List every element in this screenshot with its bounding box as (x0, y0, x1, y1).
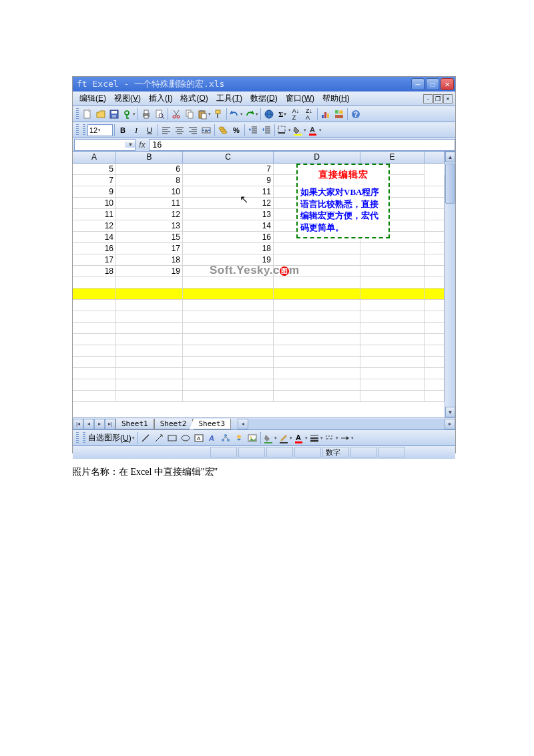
cell[interactable] (425, 277, 445, 289)
cell[interactable]: 10 (73, 198, 116, 209)
cell[interactable] (116, 334, 183, 345)
help-button[interactable]: ? (350, 108, 362, 121)
cell[interactable] (116, 357, 183, 368)
cell[interactable] (360, 391, 425, 402)
cell[interactable] (73, 368, 116, 379)
diagram-tool[interactable] (220, 431, 232, 445)
picture-tool[interactable] (246, 431, 258, 445)
align-center-button[interactable] (174, 124, 186, 137)
new-button[interactable] (81, 108, 93, 121)
cell[interactable] (274, 357, 360, 368)
cell[interactable] (116, 277, 183, 289)
cell[interactable] (360, 323, 425, 334)
autosum-button[interactable]: Σ (276, 108, 288, 121)
vertical-scrollbar[interactable]: ▲ ▼ (445, 152, 455, 417)
sort-asc-button[interactable]: A↓Z (290, 108, 302, 121)
sheet-tab-Sheet3[interactable]: Sheet3 (193, 419, 232, 429)
cell[interactable] (360, 311, 425, 323)
scroll-right-button[interactable]: ▸ (445, 419, 455, 429)
cell[interactable] (360, 300, 425, 311)
cell[interactable] (183, 277, 274, 289)
cell[interactable] (183, 300, 274, 311)
cell[interactable] (360, 379, 425, 391)
cell[interactable] (425, 243, 445, 254)
line-tool[interactable] (140, 431, 152, 445)
cell[interactable] (116, 289, 183, 300)
toolbar-handle[interactable] (76, 432, 79, 444)
cell[interactable] (73, 289, 116, 300)
cell[interactable] (425, 368, 445, 379)
cell[interactable]: 5 (73, 164, 116, 175)
cell[interactable]: 13 (116, 220, 183, 232)
cell[interactable] (425, 220, 445, 232)
tab-nav-prev[interactable]: ◂ (83, 419, 94, 429)
cell[interactable]: 19 (116, 266, 183, 277)
cell[interactable]: 11 (73, 209, 116, 220)
bold-button[interactable]: B (117, 124, 129, 137)
name-box[interactable]: ▼ (74, 139, 136, 151)
cell[interactable]: 15 (116, 232, 183, 243)
font-color-button[interactable]: A (308, 124, 322, 137)
percent-button[interactable]: % (230, 124, 242, 137)
drawing-button[interactable] (333, 108, 345, 121)
decrease-indent-button[interactable] (247, 124, 259, 137)
cell[interactable]: 12 (183, 198, 274, 209)
column-header-C[interactable]: C (183, 152, 274, 164)
cell[interactable] (274, 300, 360, 311)
cell[interactable] (425, 334, 445, 345)
cell[interactable]: 18 (116, 254, 183, 266)
cell[interactable] (116, 323, 183, 334)
underline-button[interactable]: U (144, 124, 156, 137)
sort-desc-button[interactable]: Z↓A (303, 108, 315, 121)
cell[interactable] (274, 289, 360, 300)
cell[interactable] (183, 357, 274, 368)
close-button[interactable]: ✕ (441, 78, 454, 90)
cell[interactable] (360, 266, 425, 277)
copy-button[interactable] (184, 108, 196, 121)
undo-button[interactable] (229, 108, 243, 121)
cell[interactable] (73, 311, 116, 323)
cell[interactable] (425, 323, 445, 334)
cell[interactable]: 12 (116, 209, 183, 220)
align-left-button[interactable] (160, 124, 172, 137)
cell[interactable] (425, 209, 445, 220)
line-style-tool[interactable] (309, 431, 323, 445)
cell[interactable] (274, 391, 360, 402)
cell[interactable]: 16 (183, 232, 274, 243)
cell[interactable] (274, 277, 360, 289)
menu-格式[interactable]: 格式(O) (176, 91, 212, 106)
toolbar-handle[interactable] (83, 124, 85, 136)
tab-nav-last[interactable]: ▸| (105, 419, 115, 429)
cell[interactable]: 9 (73, 186, 116, 198)
cell[interactable] (274, 345, 360, 357)
cell[interactable]: 8 (116, 175, 183, 186)
cell[interactable] (425, 198, 445, 209)
arrow-style-tool[interactable] (340, 431, 354, 445)
cell[interactable] (425, 357, 445, 368)
cell[interactable] (274, 379, 360, 391)
cell[interactable]: 6 (116, 164, 183, 175)
cell[interactable] (183, 334, 274, 345)
cell[interactable]: 14 (183, 220, 274, 232)
cell[interactable] (425, 345, 445, 357)
cell[interactable] (274, 334, 360, 345)
cell[interactable]: 17 (116, 243, 183, 254)
scroll-down-button[interactable]: ▼ (445, 407, 455, 417)
print-button[interactable] (140, 108, 152, 121)
cell[interactable]: 18 (73, 266, 116, 277)
borders-button[interactable] (277, 124, 291, 137)
scroll-up-button[interactable]: ▲ (445, 152, 455, 162)
column-header-extra[interactable] (425, 152, 445, 164)
hyperlink-button[interactable] (263, 108, 275, 121)
line-color-tool[interactable] (278, 431, 292, 445)
sheet-tab-Sheet2[interactable]: Sheet2 (154, 419, 193, 429)
align-right-button[interactable] (187, 124, 199, 137)
cell[interactable] (116, 391, 183, 402)
textbox-tool[interactable]: A (193, 431, 205, 445)
cell[interactable]: 18 (183, 243, 274, 254)
cell[interactable]: 13 (183, 209, 274, 220)
cell[interactable] (183, 289, 274, 300)
scroll-left-button[interactable]: ◂ (238, 419, 248, 429)
toolbar-handle[interactable] (83, 432, 85, 444)
cell[interactable] (73, 323, 116, 334)
